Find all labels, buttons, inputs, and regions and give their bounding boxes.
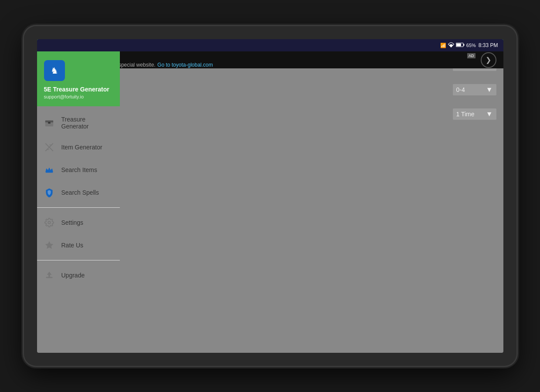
time-display: 8:33 PM (479, 42, 498, 48)
svg-rect-14 (46, 277, 52, 278)
drawer-items: Treasure Generator Item Generator (37, 106, 120, 287)
upgrade-label: Upgrade (61, 272, 85, 279)
item-generator-label: Item Generator (61, 144, 102, 151)
gear-icon (44, 217, 54, 228)
drawer-divider-2 (37, 260, 120, 260)
wifi-icon (448, 42, 454, 48)
star-icon (44, 240, 54, 250)
search-items-label: Search Items (61, 166, 97, 173)
sidebar-item-treasure-generator[interactable]: Treasure Generator (37, 110, 120, 136)
swords-icon (44, 142, 54, 152)
treasure-generator-label: Treasure Generator (61, 116, 113, 130)
tablet-screen: 📶 65% 8:33 PM (37, 39, 503, 353)
cr-dropdown[interactable]: 0-4 ▼ (453, 84, 496, 95)
battery-icon (456, 42, 465, 48)
ad-badge: AD (467, 53, 475, 58)
svg-point-13 (48, 221, 51, 224)
sidebar-item-item-generator[interactable]: Item Generator (37, 136, 120, 159)
upgrade-icon (44, 270, 54, 280)
rate-us-label: Rate Us (61, 242, 84, 249)
app-logo: ♞ (44, 60, 65, 81)
shield-spell-icon (44, 187, 54, 198)
sidebar-item-upgrade[interactable]: Upgrade (37, 264, 120, 287)
sidebar-item-settings[interactable]: Settings (37, 211, 120, 234)
battery-percent: 65% (466, 43, 476, 48)
sidebar-item-search-spells[interactable]: Search Spells (37, 181, 120, 204)
ad-next-button[interactable]: ❯ (481, 52, 496, 68)
times-dropdown[interactable]: 1 Time ▼ (453, 108, 496, 120)
svg-rect-12 (45, 172, 53, 173)
drawer-header: ♞ 5E Treasure Generator support@fortuity… (37, 51, 120, 106)
settings-label: Settings (61, 219, 84, 226)
svg-rect-2 (456, 44, 461, 46)
sidebar-item-search-items[interactable]: Search Items (37, 159, 120, 181)
app-name: 5E Treasure Generator (44, 85, 109, 93)
cr-value: 0-4 (456, 86, 484, 93)
chest-icon (44, 118, 54, 128)
chevron-right-icon: ❯ (486, 56, 491, 64)
cr-arrow: ▼ (486, 86, 493, 94)
svg-rect-7 (48, 122, 51, 124)
bluetooth-icon: 📶 (440, 43, 446, 48)
status-icons: 📶 65% (440, 42, 476, 48)
sidebar-item-rate-us[interactable]: Rate Us (37, 234, 120, 257)
status-bar: 📶 65% 8:33 PM (37, 39, 503, 51)
tablet-frame: 📶 65% 8:33 PM (24, 26, 516, 366)
crown-icon (44, 165, 54, 175)
svg-rect-1 (463, 44, 464, 46)
svg-text:♞: ♞ (51, 66, 58, 75)
app-email: support@fortuity.io (44, 94, 84, 99)
times-arrow: ▼ (486, 110, 493, 118)
search-spells-label: Search Spells (61, 189, 99, 196)
drawer-divider-1 (37, 207, 120, 208)
ad-link[interactable]: Go to toyota-global.com (157, 62, 213, 68)
times-value: 1 Time (456, 111, 484, 118)
